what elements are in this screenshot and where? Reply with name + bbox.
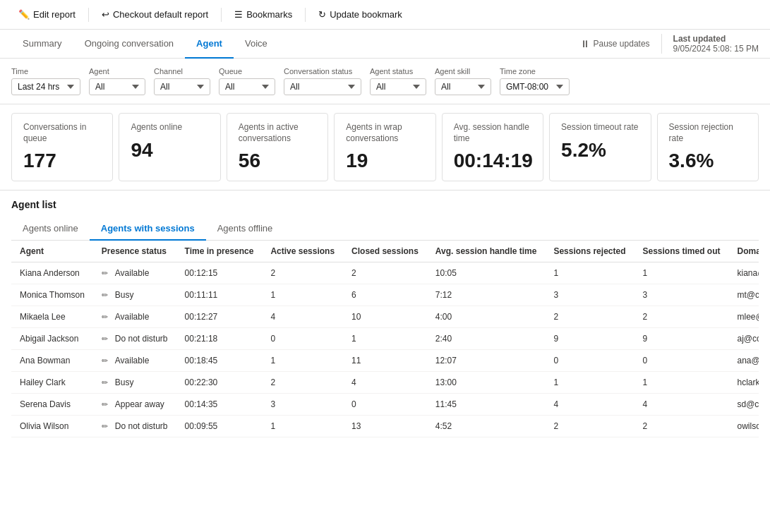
status-label: Do not disturb <box>115 421 168 431</box>
edit-pencil-icon[interactable]: ✏ <box>102 291 108 300</box>
conv-status-select[interactable]: All <box>284 78 361 95</box>
closed-sessions-cell: 2 <box>343 262 427 284</box>
edit-pencil-icon[interactable]: ✏ <box>102 378 108 387</box>
toolbar-divider-1 <box>88 8 89 22</box>
table-row: Ana Bowman ✏ Available 00:18:4511112:070… <box>11 350 759 372</box>
active-sessions-cell: 1 <box>262 416 343 437</box>
rejected-cell: 1 <box>545 372 634 394</box>
filter-agent: Agent All <box>89 67 145 95</box>
metric-card: Agents in active conversations 56 <box>227 113 328 181</box>
tab-voice[interactable]: Voice <box>234 30 279 59</box>
metric-card: Agents in wrap conversations 19 <box>334 113 435 181</box>
col-header: Sessions timed out <box>634 241 728 262</box>
last-updated: Last updated 9/05/2024 5:08: 15 PM <box>661 34 759 54</box>
avg-handle-cell: 10:05 <box>427 262 546 284</box>
bookmarks-button[interactable]: ☰ Bookmarks <box>227 6 299 23</box>
col-header: Closed sessions <box>343 241 427 262</box>
rejected-cell: 2 <box>545 416 634 437</box>
active-sessions-cell: 1 <box>262 350 343 372</box>
time-presence-cell: 00:09:55 <box>176 416 263 437</box>
status-label: Available <box>115 312 149 322</box>
tab-ongoing-conversation[interactable]: Ongoing conversation <box>73 30 185 59</box>
edit-pencil-icon[interactable]: ✏ <box>102 269 108 278</box>
section-title: Agent list <box>11 199 759 210</box>
avg-handle-cell: 13:00 <box>427 372 546 394</box>
agent-table: AgentPresence statusTime in presenceActi… <box>11 241 759 437</box>
time-presence-cell: 00:12:27 <box>176 306 263 328</box>
update-bookmark-button[interactable]: ↻ Update bookmark <box>311 6 409 23</box>
table-row: Abigail Jackson ✏ Do not disturb 00:21:1… <box>11 328 759 350</box>
avg-handle-cell: 2:40 <box>427 328 546 350</box>
filter-time: Time Last 24 hrs <box>11 67 80 95</box>
domain-cell: owilson@contoso <box>729 416 759 437</box>
tab-summary[interactable]: Summary <box>11 30 73 59</box>
domain-cell: mlee@contoso.co <box>729 306 759 328</box>
toolbar-divider-3 <box>305 8 306 22</box>
filters-bar: Time Last 24 hrs Agent All Channel All Q… <box>0 59 770 104</box>
agent-select[interactable]: All <box>89 78 145 95</box>
filter-agent-skill: Agent skill All <box>435 67 491 95</box>
edit-pencil-icon[interactable]: ✏ <box>102 422 108 431</box>
presence-status-cell: ✏ Busy <box>93 372 176 394</box>
agent-status-select[interactable]: All <box>370 78 426 95</box>
closed-sessions-cell: 13 <box>343 416 427 437</box>
time-presence-cell: 00:14:35 <box>176 394 263 416</box>
time-select[interactable]: Last 24 hrs <box>11 78 80 95</box>
status-label: Available <box>115 268 149 278</box>
closed-sessions-cell: 0 <box>343 394 427 416</box>
timed-out-cell: 2 <box>634 306 728 328</box>
nav-tabs: Summary Ongoing conversation Agent Voice <box>11 30 279 58</box>
channel-select[interactable]: All <box>154 78 210 95</box>
metric-value: 00:14:19 <box>454 150 531 172</box>
domain-cell: ana@contoso.com <box>729 350 759 372</box>
col-header: Avg. session handle time <box>427 241 546 262</box>
col-header: Agent <box>11 241 93 262</box>
agent-name-cell: Kiana Anderson <box>11 262 93 284</box>
edit-pencil-icon[interactable]: ✏ <box>102 356 108 365</box>
metric-card: Conversations in queue 177 <box>11 113 113 181</box>
table-row: Serena Davis ✏ Appear away 00:14:353011:… <box>11 394 759 416</box>
presence-status-cell: ✏ Do not disturb <box>93 416 176 437</box>
agent-skill-select[interactable]: All <box>435 78 491 95</box>
col-header: Presence status <box>93 241 176 262</box>
rejected-cell: 1 <box>545 262 634 284</box>
status-label: Do not disturb <box>115 334 168 344</box>
edit-pencil-icon[interactable]: ✏ <box>102 313 108 322</box>
timed-out-cell: 1 <box>634 372 728 394</box>
status-label: Busy <box>115 377 134 387</box>
table-row: Monica Thomson ✏ Busy 00:11:11167:1233mt… <box>11 284 759 306</box>
timed-out-cell: 9 <box>634 328 728 350</box>
avg-handle-cell: 7:12 <box>427 284 546 306</box>
sub-tabs: Agents onlineAgents with sessionsAgents … <box>11 217 759 241</box>
presence-status-cell: ✏ Appear away <box>93 394 176 416</box>
metric-title: Agents online <box>131 122 208 133</box>
table-row: Kiana Anderson ✏ Available 00:12:152210:… <box>11 262 759 284</box>
sub-tab-agents-with-sessions[interactable]: Agents with sessions <box>90 217 206 241</box>
edit-report-button[interactable]: ✏️ Edit report <box>11 6 83 23</box>
tab-agent[interactable]: Agent <box>185 30 234 59</box>
update-icon: ↻ <box>318 9 326 20</box>
metric-value: 5.2% <box>561 139 639 162</box>
bookmarks-icon: ☰ <box>234 9 243 20</box>
col-header: Domain name <box>729 241 759 262</box>
sub-tab-agents-offline[interactable]: Agents offline <box>206 217 284 241</box>
edit-pencil-icon[interactable]: ✏ <box>102 400 108 409</box>
closed-sessions-cell: 11 <box>343 350 427 372</box>
metric-card: Avg. session handle time 00:14:19 <box>442 113 543 181</box>
edit-pencil-icon[interactable]: ✏ <box>102 334 108 344</box>
timezone-select[interactable]: GMT-08:00 <box>500 78 570 95</box>
queue-select[interactable]: All <box>219 78 275 95</box>
filter-conversation-status: Conversation status All <box>284 67 361 95</box>
sub-tab-agents-online[interactable]: Agents online <box>11 217 90 241</box>
metric-card: Session rejection rate 3.6% <box>657 113 759 181</box>
agent-name-cell: Olivia Wilson <box>11 416 93 437</box>
active-sessions-cell: 2 <box>262 262 343 284</box>
agent-name-cell: Mikaela Lee <box>11 306 93 328</box>
filter-timezone: Time zone GMT-08:00 <box>500 67 570 95</box>
metric-value: 3.6% <box>669 150 747 172</box>
pause-updates-button[interactable]: ⏸ Pause updates <box>580 38 650 49</box>
checkout-default-button[interactable]: ↩ Checkout default report <box>95 6 215 23</box>
avg-handle-cell: 4:52 <box>427 416 546 437</box>
agent-list-section: Agent list Agents onlineAgents with sess… <box>0 191 770 437</box>
metric-title: Agents in active conversations <box>239 122 316 144</box>
